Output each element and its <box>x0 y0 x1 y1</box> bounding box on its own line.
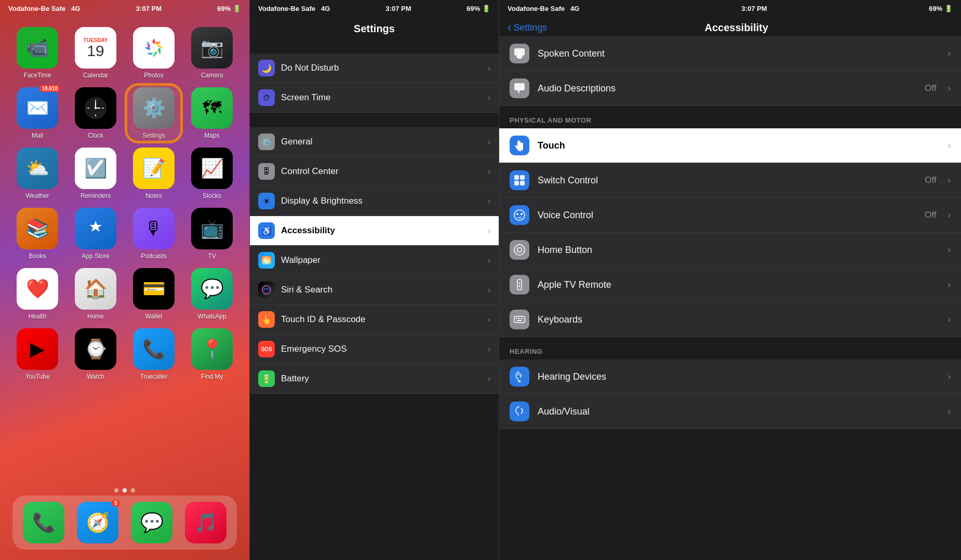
chevron-voice: › <box>948 210 951 220</box>
app-icon-mail: ✉️ 18,818 <box>17 87 58 129</box>
acc-item-touch[interactable]: Touch › <box>499 128 961 163</box>
settings-item-controlcenter[interactable]: 🎛 Control Center › <box>250 157 499 186</box>
app-icon-findmy: 📍 <box>191 328 233 370</box>
app-books[interactable]: 📚 Books <box>12 208 62 260</box>
settings-item-accessibility[interactable]: ♿ Accessibility › <box>250 216 499 246</box>
chevron-keyboard: › <box>948 315 951 324</box>
back-chevron-icon: ‹ <box>508 21 511 34</box>
dock-icon-messages: 💬 <box>131 502 172 543</box>
app-tv[interactable]: 📺 TV <box>187 208 237 260</box>
app-icon-wallet: 💳 <box>133 268 175 310</box>
app-wallet[interactable]: 💳 Wallet <box>129 268 179 320</box>
app-truecaller[interactable]: 📞 Truecaller <box>129 328 179 380</box>
settings-separator-top <box>250 39 499 54</box>
dock-icon-phone: 📞 <box>23 502 64 543</box>
app-icon-maps: 🗺 <box>191 87 233 129</box>
app-facetime[interactable]: 📹 FaceTime <box>12 27 62 79</box>
acc-item-voice[interactable]: Voice Control Off › <box>499 198 961 233</box>
chevron-general: › <box>488 138 490 146</box>
app-calendar[interactable]: Tuesday 19 Calendar <box>71 27 121 79</box>
app-reminders[interactable]: ☑️ Reminders <box>71 148 121 199</box>
acc-item-spoken[interactable]: Spoken Content › <box>499 36 961 71</box>
svg-rect-26 <box>517 248 522 252</box>
acc-label-keyboard: Keyboards <box>538 314 940 325</box>
app-health[interactable]: ❤️ Health <box>12 268 62 320</box>
settings-label-display: Display & Brightness <box>281 196 482 206</box>
app-icon-health: ❤️ <box>17 268 58 310</box>
dock-safari[interactable]: 🧭 5 <box>73 502 123 543</box>
page-dot-2 <box>123 488 127 492</box>
time-acc: 3:07 PM <box>741 5 767 12</box>
dock-phone[interactable]: 📞 <box>19 502 69 543</box>
acc-label-home: Home Button <box>538 245 940 256</box>
acc-item-switch[interactable]: Switch Control Off › <box>499 163 961 198</box>
acc-item-audio[interactable]: Audio Descriptions Off › <box>499 71 961 106</box>
app-label-stocks: Stocks <box>203 192 221 199</box>
svg-rect-21 <box>520 181 525 185</box>
svg-rect-13 <box>514 48 525 56</box>
acc-icon-switch <box>510 170 529 190</box>
app-weather[interactable]: ⛅ Weather <box>12 148 62 199</box>
settings-item-donotdisturb[interactable]: 🌙 Do Not Disturb › <box>250 54 499 83</box>
app-mail[interactable]: ✉️ 18,818 Mail <box>12 87 62 139</box>
acc-item-hearing[interactable]: Hearing Devices › <box>499 359 961 394</box>
app-youtube[interactable]: ▶ YouTube <box>12 328 62 380</box>
app-label-youtube: YouTube <box>25 373 49 380</box>
app-notes[interactable]: 📝 Notes <box>129 148 179 199</box>
settings-icon-general: ⚙️ <box>258 134 275 150</box>
svg-point-24 <box>520 213 523 215</box>
app-settings[interactable]: ⚙️ Settings <box>129 87 179 139</box>
app-grid: 📹 FaceTime Tuesday 19 Calendar <box>0 17 249 391</box>
app-maps[interactable]: 🗺 Maps <box>187 87 237 139</box>
svg-rect-17 <box>514 83 525 90</box>
acc-label-touch: Touch <box>538 140 940 151</box>
app-clock[interactable]: Clock <box>71 87 121 139</box>
settings-item-sos[interactable]: SOS Emergency SOS › <box>250 335 499 364</box>
chevron-switch: › <box>948 176 951 185</box>
status-bar-settings: Vodafone-Be Safe 4G 3:07 PM 69% 🔋 <box>250 0 499 17</box>
carrier-acc: Vodafone-Be Safe 4G <box>508 5 579 12</box>
acc-nav: ‹ Settings Accessibility <box>499 17 961 36</box>
dock-messages[interactable]: 💬 <box>127 502 177 543</box>
acc-item-audiovisual[interactable]: Audio/Visual › <box>499 394 961 429</box>
chevron-touch: › <box>948 141 951 150</box>
page-dots <box>114 488 135 492</box>
settings-list: 🌙 Do Not Disturb › ⏱ Screen Time › ⚙️ Ge… <box>250 39 499 560</box>
svg-point-11 <box>95 107 97 109</box>
settings-item-general[interactable]: ⚙️ General › <box>250 127 499 157</box>
app-findmy[interactable]: 📍 Find My <box>187 328 237 380</box>
svg-point-16 <box>520 56 523 58</box>
settings-item-touchid[interactable]: 👆 Touch ID & Passcode › <box>250 305 499 335</box>
acc-item-keyboard[interactable]: Keyboards › <box>499 302 961 337</box>
app-watch[interactable]: ⌚ Watch <box>71 328 121 380</box>
chevron-hearing: › <box>948 372 951 381</box>
app-appstore[interactable]: App Store <box>71 208 121 260</box>
settings-item-siri[interactable]: Siri & Search › <box>250 275 499 305</box>
app-icon-podcasts: 🎙 <box>133 208 175 249</box>
acc-item-tvremote[interactable]: Apple TV Remote › <box>499 268 961 302</box>
carrier-home: Vodafone-Be Safe 4G <box>8 5 80 12</box>
settings-item-display[interactable]: ☀ Display & Brightness › <box>250 186 499 216</box>
svg-rect-27 <box>517 279 522 290</box>
app-home[interactable]: 🏠 Home <box>71 268 121 320</box>
app-camera[interactable]: 📷 Camera <box>187 27 237 79</box>
settings-item-wallpaper[interactable]: 🌅 Wallpaper › <box>250 246 499 275</box>
settings-item-battery[interactable]: 🔋 Battery › <box>250 364 499 394</box>
battery-home: 69% 🔋 <box>217 5 241 12</box>
chevron-donotdisturb: › <box>488 64 490 72</box>
time-settings: 3:07 PM <box>385 5 411 12</box>
settings-item-screentime[interactable]: ⏱ Screen Time › <box>250 83 499 113</box>
acc-item-home[interactable]: Home Button › <box>499 233 961 268</box>
dock-music[interactable]: 🎵 <box>181 502 231 543</box>
acc-back-button[interactable]: ‹ Settings <box>508 21 547 34</box>
acc-label-voice: Voice Control <box>538 210 916 221</box>
app-icon-reminders: ☑️ <box>75 148 116 189</box>
settings-label-accessibility: Accessibility <box>281 225 482 236</box>
app-photos[interactable]: Photos <box>129 27 179 79</box>
app-label-health: Health <box>29 313 47 320</box>
app-stocks[interactable]: 📈 Stocks <box>187 148 237 199</box>
svg-point-23 <box>516 213 518 215</box>
app-whatsapp[interactable]: 💬 WhatsApp <box>187 268 237 320</box>
app-podcasts[interactable]: 🎙 Podcasts <box>129 208 179 260</box>
app-label-settings: Settings <box>142 132 165 139</box>
